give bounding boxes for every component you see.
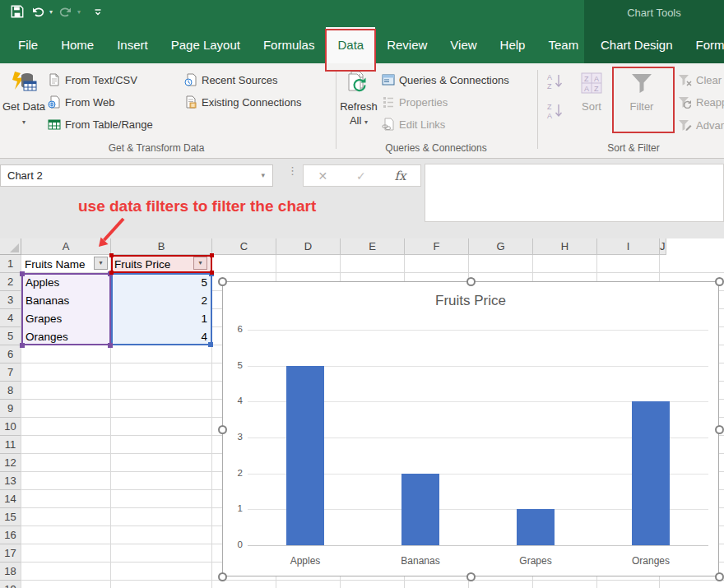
column-header-C[interactable]: C — [212, 238, 276, 255]
chart-selection-handle[interactable] — [218, 572, 227, 581]
from-text-csv-icon — [48, 73, 61, 86]
row-header-4[interactable]: 4 — [0, 309, 21, 327]
from-table-range-icon — [48, 118, 61, 131]
formula-input[interactable] — [425, 164, 724, 222]
embedded-chart[interactable]: Fruits Price 0123456ApplesBananasGrapesO… — [222, 281, 719, 576]
get-data-icon — [2, 69, 46, 97]
column-header-J[interactable]: J — [660, 238, 666, 255]
row-header-2[interactable]: 2 — [0, 273, 21, 291]
bar-apples[interactable] — [286, 366, 324, 545]
tab-page-layout[interactable]: Page Layout — [160, 27, 252, 63]
tab-data[interactable]: Data — [326, 27, 375, 63]
svg-text:A: A — [594, 75, 599, 83]
cell-B2[interactable]: 5 — [114, 274, 207, 291]
bar-bananas[interactable] — [401, 474, 439, 545]
svg-text:Z: Z — [547, 103, 552, 111]
chart-selection-handle[interactable] — [466, 277, 476, 286]
row-header-11[interactable]: 11 — [0, 436, 21, 454]
tab-formulas[interactable]: Formulas — [252, 27, 327, 63]
recent-sources-icon — [184, 73, 197, 86]
row-header-16[interactable]: 16 — [0, 526, 21, 544]
clear-filter-icon — [678, 73, 692, 86]
from-table-range-button[interactable]: From Table/Range — [48, 115, 153, 133]
tab-help[interactable]: Help — [489, 27, 537, 63]
row-header-12[interactable]: 12 — [0, 454, 21, 472]
cell-A2[interactable]: Apples — [26, 274, 107, 291]
sort-ascending-icon: AZ — [546, 72, 564, 90]
chart-selection-handle[interactable] — [715, 572, 724, 581]
range-fill-handle[interactable] — [208, 342, 213, 347]
undo-dropdown-icon[interactable]: ▾ — [49, 8, 53, 16]
save-icon[interactable] — [10, 4, 25, 19]
range-fill-handle[interactable] — [108, 343, 113, 348]
row-header-15[interactable]: 15 — [0, 508, 21, 526]
undo-icon[interactable] — [30, 5, 46, 18]
row-header-5[interactable]: 5 — [0, 327, 21, 345]
chart-selection-handle[interactable] — [715, 425, 724, 434]
row-header-17[interactable]: 17 — [0, 544, 21, 563]
cell-A3[interactable]: Bananas — [26, 292, 107, 309]
tab-team[interactable]: Team — [536, 27, 590, 63]
tab-format[interactable]: Format — [685, 27, 724, 63]
insert-function-icon[interactable]: fx — [395, 169, 406, 183]
cell-B5[interactable]: 4 — [114, 328, 207, 345]
tab-file[interactable]: File — [7, 27, 49, 63]
range-fill-handle[interactable] — [20, 343, 25, 348]
chart-selection-handle[interactable] — [715, 277, 724, 286]
column-header-G[interactable]: G — [469, 238, 533, 255]
row-header-1[interactable]: 1 — [0, 255, 21, 273]
bar-oranges[interactable] — [632, 401, 670, 545]
tab-home[interactable]: Home — [49, 27, 105, 63]
column-header-H[interactable]: H — [533, 238, 597, 255]
filter-dropdown-fruits-price[interactable]: ▾ — [193, 257, 207, 270]
row-header-19[interactable]: 19 — [0, 581, 21, 588]
sort-descending-icon: ZA — [546, 102, 564, 120]
chart-title[interactable]: Fruits Price — [223, 293, 718, 309]
queries-connections-button[interactable]: Queries & Connections — [382, 71, 509, 89]
cell-A4[interactable]: Grapes — [26, 310, 107, 327]
column-header-I[interactable]: I — [597, 238, 660, 255]
row-header-8[interactable]: 8 — [0, 382, 21, 400]
cancel-icon[interactable]: ✕ — [318, 169, 327, 183]
column-header-E[interactable]: E — [341, 238, 405, 255]
x-axis-label-apples: Apples — [248, 555, 363, 567]
customize-qat-icon[interactable] — [92, 6, 104, 17]
chart-selection-handle[interactable] — [466, 572, 476, 581]
get-data-button[interactable]: Get Data ▾ — [2, 69, 46, 129]
tab-review[interactable]: Review — [375, 27, 439, 63]
row-header-3[interactable]: 3 — [0, 291, 21, 309]
chart-selection-handle[interactable] — [218, 425, 227, 434]
filter-dropdown-fruits-name[interactable]: ▾ — [94, 257, 108, 270]
column-header-D[interactable]: D — [276, 238, 341, 255]
x-axis-label-oranges: Oranges — [593, 555, 708, 567]
cell-A5[interactable]: Oranges — [26, 328, 107, 345]
row-header-13[interactable]: 13 — [0, 472, 21, 490]
bar-grapes[interactable] — [517, 509, 555, 545]
row-header-10[interactable]: 10 — [0, 418, 21, 436]
name-box[interactable]: Chart 2 ▾ — [0, 164, 273, 187]
recent-sources-button[interactable]: Recent Sources — [184, 71, 278, 89]
row-header-14[interactable]: 14 — [0, 490, 21, 508]
from-text-csv-button[interactable]: From Text/CSV — [48, 71, 137, 89]
from-web-button[interactable]: From Web — [48, 93, 114, 111]
formula-bar-grip-icon[interactable]: ⋮ — [287, 168, 298, 174]
enter-icon[interactable]: ✓ — [356, 169, 366, 183]
select-all-corner[interactable] — [0, 238, 21, 255]
y-axis-tick-label: 5 — [226, 360, 243, 370]
refresh-all-button[interactable]: Refresh All ▾ — [337, 69, 380, 129]
column-header-F[interactable]: F — [405, 238, 469, 255]
annotation-text: use data filters to filter the chart — [78, 197, 316, 215]
cell-B3[interactable]: 2 — [114, 292, 207, 309]
name-box-dropdown-icon[interactable]: ▾ — [261, 165, 265, 186]
row-header-9[interactable]: 9 — [0, 400, 21, 418]
row-header-18[interactable]: 18 — [0, 563, 21, 581]
tab-insert[interactable]: Insert — [105, 27, 160, 63]
row-header-6[interactable]: 6 — [0, 345, 21, 363]
existing-connections-button[interactable]: Existing Connections — [184, 93, 301, 111]
tab-view[interactable]: View — [439, 27, 488, 63]
tab-chart-design[interactable]: Chart Design — [589, 27, 685, 63]
cell-B4[interactable]: 1 — [114, 310, 207, 327]
y-axis-tick-label: 0 — [226, 539, 243, 549]
chart-selection-handle[interactable] — [218, 277, 227, 286]
row-header-7[interactable]: 7 — [0, 363, 21, 382]
